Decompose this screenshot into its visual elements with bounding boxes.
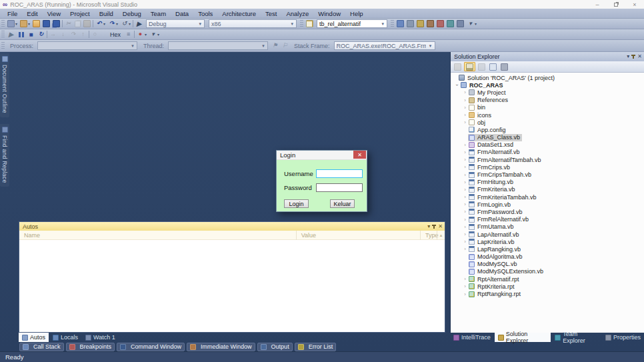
tool-window-button[interactable]: Immediate Window — [187, 343, 255, 351]
tree-item[interactable]: FrmCripsTambah.vb — [451, 171, 644, 178]
left-tool-tab[interactable]: Find and Replace — [0, 124, 9, 187]
expander-icon[interactable] — [462, 179, 468, 185]
tree-item[interactable]: FrmAlternatif.vb — [451, 149, 644, 156]
autos-body[interactable] — [19, 240, 445, 332]
expander-icon[interactable] — [462, 201, 468, 207]
expander-icon[interactable] — [462, 217, 468, 223]
tool-window-tab[interactable]: Watch 1 — [82, 333, 119, 342]
pin-icon[interactable] — [433, 225, 435, 229]
expander-icon[interactable] — [462, 172, 468, 178]
tree-item[interactable]: FrmHitung.vb — [451, 179, 644, 186]
left-tool-tab[interactable]: Document Outline — [0, 53, 9, 117]
expander-icon[interactable] — [462, 105, 468, 111]
toolbar-grip[interactable] — [300, 20, 303, 28]
expander-icon[interactable] — [462, 246, 468, 252]
expander-icon[interactable] — [462, 224, 468, 230]
expander-icon[interactable] — [462, 97, 468, 103]
tree-item[interactable]: DataSet1.xsd — [451, 141, 644, 149]
tree-item[interactable]: FrmKriteria.vb — [451, 186, 644, 193]
restore-button[interactable] — [607, 0, 625, 9]
toolbar-grip[interactable] — [391, 20, 394, 28]
expander-icon[interactable] — [462, 112, 468, 118]
toolbar-grip[interactable] — [1, 42, 5, 50]
menu-item[interactable]: Test — [261, 9, 281, 19]
menu-item[interactable]: Team — [146, 9, 171, 19]
tree-item[interactable]: LapKriteria.vb — [451, 238, 644, 245]
menu-item[interactable]: Help — [345, 9, 368, 19]
tool-window-tab[interactable]: Properties — [602, 333, 644, 342]
tree-item[interactable]: ModMySQL.vb — [451, 261, 644, 268]
hex-toggle-button[interactable]: Hex — [100, 30, 123, 39]
expander-icon[interactable] — [462, 291, 468, 297]
tool-window-tab[interactable]: Locals — [49, 333, 81, 342]
expander-icon[interactable] — [462, 157, 468, 163]
tree-item[interactable]: ROC_ARAS — [451, 81, 644, 89]
tool-window-button[interactable]: Error List — [295, 343, 337, 351]
tool-window-tab[interactable]: Autos — [19, 333, 49, 342]
tree-item[interactable]: References — [451, 97, 644, 104]
tool-window-tab[interactable]: IntelliTrace — [450, 333, 494, 342]
keluar-button[interactable]: Keluar — [330, 199, 355, 208]
tree-item[interactable]: obj — [451, 119, 644, 126]
tree-item[interactable]: ModAlgoritma.vb — [451, 253, 644, 261]
window-position-icon[interactable]: ▾ — [427, 224, 430, 229]
expander-icon[interactable] — [462, 187, 468, 193]
menu-item[interactable]: Debug — [118, 9, 146, 19]
expander-icon[interactable] — [462, 149, 468, 155]
stack-frame-combo[interactable]: ROC_ARAS.exe!ROC_ARAS.FrmLogin.btnLo▼ — [334, 41, 435, 50]
login-dialog-titlebar[interactable]: Login ✕ — [277, 151, 367, 160]
window-position-icon[interactable]: ▾ — [627, 54, 629, 59]
username-field[interactable] — [316, 169, 363, 178]
process-combo[interactable]: ▼ — [37, 41, 137, 50]
menu-item[interactable]: Tools — [193, 9, 217, 19]
tree-item[interactable]: FrmKriteriaTambah.vb — [451, 193, 644, 201]
tool-window-tab[interactable]: Solution Explorer — [495, 333, 551, 342]
tree-item[interactable]: ARAS_Class.vb — [451, 134, 644, 141]
tree-item[interactable]: LapRangking.vb — [451, 245, 644, 253]
menu-item[interactable]: Window — [313, 9, 345, 19]
expander-icon[interactable] — [462, 276, 468, 282]
expander-icon[interactable] — [462, 119, 468, 125]
tree-item[interactable]: FrmRelAlternatif.vb — [451, 216, 644, 223]
menu-item[interactable]: View — [43, 9, 65, 19]
close-icon[interactable]: ✕ — [637, 54, 642, 59]
expander-icon[interactable] — [462, 194, 468, 200]
tree-item[interactable]: FrmPassword.vb — [451, 208, 644, 215]
column-name[interactable]: Name — [19, 231, 297, 240]
menu-item[interactable]: Analyze — [281, 9, 313, 19]
tree-item[interactable]: RptKriteria.rpt — [451, 283, 644, 290]
column-value[interactable]: Value — [297, 231, 421, 240]
tree-item[interactable]: RptAlternatif.rpt — [451, 275, 644, 283]
menu-item[interactable]: Data — [171, 9, 193, 19]
tree-item[interactable]: icons — [451, 111, 644, 119]
menu-item[interactable]: File — [3, 9, 22, 19]
tool-window-tab[interactable]: Team Explorer — [551, 333, 601, 342]
expander-icon[interactable] — [462, 209, 468, 215]
expander-icon[interactable] — [462, 231, 468, 237]
solution-config-combo[interactable]: Debug▼ — [146, 19, 205, 28]
expander-icon[interactable] — [462, 89, 468, 95]
autos-titlebar[interactable]: Autos ▾ ✕ — [19, 222, 445, 231]
tree-item[interactable]: RptRangking.rpt — [451, 290, 644, 297]
login-button[interactable]: Login — [284, 199, 309, 208]
tree-item[interactable]: bin — [451, 104, 644, 111]
find-combo[interactable]: tb_rel_alternatif▼ — [317, 19, 387, 28]
toolbar-grip[interactable] — [1, 20, 5, 28]
platform-combo[interactable]: x86▼ — [209, 19, 297, 28]
tool-window-button[interactable]: Output — [257, 343, 293, 351]
tree-item[interactable]: LapAlternatif.vb — [451, 231, 644, 238]
expander-icon[interactable] — [462, 164, 468, 170]
tree-item[interactable]: My Project — [451, 89, 644, 96]
close-icon[interactable]: ✕ — [438, 224, 443, 229]
menu-item[interactable]: Project — [65, 9, 95, 19]
expander-icon[interactable] — [462, 239, 468, 245]
tree-item[interactable]: FrmAlternatifTambah.vb — [451, 156, 644, 163]
expander-icon[interactable] — [462, 283, 468, 289]
password-field[interactable] — [316, 183, 363, 192]
close-button[interactable]: × — [625, 0, 644, 9]
expander-icon[interactable] — [454, 82, 460, 88]
toolbar-grip[interactable] — [1, 31, 5, 39]
tree-item[interactable]: FrmUtama.vb — [451, 223, 644, 231]
tree-item[interactable]: App.config — [451, 126, 644, 133]
tree-item[interactable]: FrmCrips.vb — [451, 163, 644, 171]
